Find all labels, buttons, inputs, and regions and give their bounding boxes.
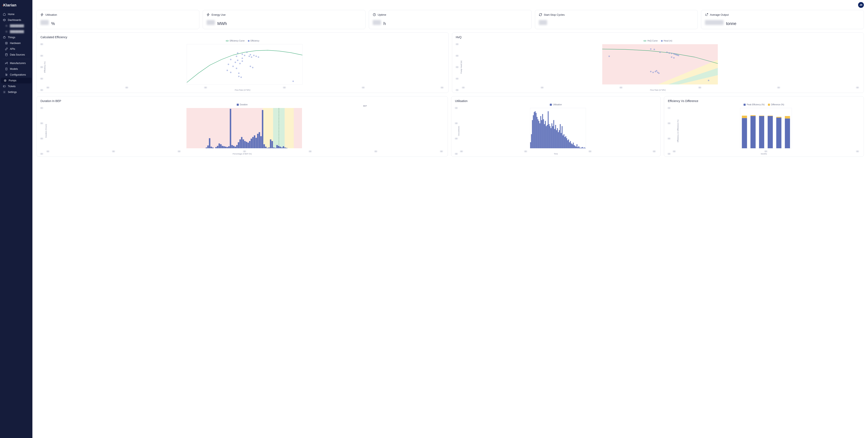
nav-label: Dashboards xyxy=(8,19,21,22)
svg-rect-192 xyxy=(785,116,790,119)
metric-value-redacted xyxy=(705,20,723,25)
svg-point-20 xyxy=(236,56,237,57)
svg-rect-167 xyxy=(574,145,575,148)
svg-rect-142 xyxy=(550,128,551,148)
svg-rect-124 xyxy=(534,112,534,148)
chart-calculated-efficiency: Calculated Efficiency Efficiency Curve E… xyxy=(36,32,448,93)
svg-rect-13 xyxy=(187,44,302,84)
x-ticks-redacted xyxy=(668,151,860,152)
pump-icon xyxy=(4,79,7,82)
x-axis-label: Months xyxy=(668,153,860,155)
svg-rect-172 xyxy=(578,146,579,148)
svg-rect-71 xyxy=(209,138,210,148)
metric-unit: % xyxy=(51,21,55,26)
chart-svg xyxy=(40,107,444,150)
legend-label: Peak Efficiency (%) xyxy=(747,104,765,106)
svg-rect-132 xyxy=(541,120,542,148)
svg-rect-74 xyxy=(215,147,217,148)
gear-icon xyxy=(3,91,6,93)
avatar[interactable]: JR xyxy=(858,2,864,8)
svg-rect-122 xyxy=(532,120,533,148)
svg-rect-94 xyxy=(247,143,249,148)
svg-rect-99 xyxy=(255,138,257,148)
svg-rect-190 xyxy=(776,117,781,118)
svg-rect-155 xyxy=(563,136,563,148)
svg-rect-136 xyxy=(545,121,546,148)
svg-rect-191 xyxy=(785,119,790,148)
svg-point-37 xyxy=(250,66,251,67)
nav-manufacturers[interactable]: Manufacturers xyxy=(0,60,32,66)
metric-value-redacted xyxy=(539,20,547,25)
svg-rect-82 xyxy=(228,146,230,148)
nav-apis[interactable]: APIs xyxy=(0,46,32,52)
svg-rect-173 xyxy=(579,147,580,148)
nav-home[interactable]: Home xyxy=(0,11,32,17)
link-icon xyxy=(5,48,8,50)
nav-label: Tickets xyxy=(8,85,16,88)
nav-tickets[interactable]: Tickets xyxy=(0,83,32,89)
legend-item: Efficiency xyxy=(248,40,259,42)
x-axis-label: Time xyxy=(455,153,657,155)
svg-point-36 xyxy=(258,56,259,58)
nav-things[interactable]: Things xyxy=(0,34,32,40)
package-icon xyxy=(3,19,6,22)
svg-rect-77 xyxy=(220,144,222,148)
svg-point-35 xyxy=(255,56,257,57)
svg-rect-149 xyxy=(557,128,558,148)
svg-point-63 xyxy=(708,80,709,81)
svg-rect-158 xyxy=(565,136,566,148)
svg-rect-159 xyxy=(566,138,567,148)
metric-utilisation: Utilisation % xyxy=(36,10,199,29)
nav-pumps[interactable]: Pumps xyxy=(1,78,32,83)
chart-legend: Peak Efficiency (%) Difference (%) xyxy=(668,104,860,106)
x-ticks-redacted xyxy=(40,87,445,88)
svg-point-43 xyxy=(650,48,651,50)
svg-rect-110 xyxy=(273,147,275,148)
svg-rect-178 xyxy=(584,147,585,148)
svg-point-26 xyxy=(242,58,243,59)
nav-configurations[interactable]: Configurations xyxy=(0,72,32,78)
svg-rect-171 xyxy=(578,147,578,148)
svg-point-34 xyxy=(253,55,255,56)
nav-datasources[interactable]: Data Sources xyxy=(0,52,32,58)
svg-rect-138 xyxy=(547,125,548,148)
bolt-icon xyxy=(40,13,44,16)
svg-rect-165 xyxy=(572,144,573,148)
svg-point-30 xyxy=(246,52,248,53)
legend-item: Head (m) xyxy=(661,40,672,42)
svg-rect-180 xyxy=(740,108,792,148)
chart-svg xyxy=(668,107,860,150)
svg-rect-126 xyxy=(535,113,536,148)
svg-rect-85 xyxy=(233,146,235,148)
home-icon xyxy=(3,13,6,16)
svg-point-51 xyxy=(658,72,659,74)
nav-hardware[interactable]: Hardware xyxy=(0,40,32,46)
nav-settings[interactable]: Settings xyxy=(0,89,32,95)
svg-point-53 xyxy=(666,52,668,53)
svg-point-2 xyxy=(6,43,7,43)
nav-dashboard-fav-1[interactable]: ★ ████████ xyxy=(0,23,32,29)
box-icon xyxy=(237,104,239,106)
logo[interactable]: › › Klarian xyxy=(0,0,32,10)
chart-svg xyxy=(40,43,445,87)
metric-value-redacted xyxy=(373,20,381,25)
legend-label: Efficiency Curve xyxy=(230,40,245,42)
nav-dashboards[interactable]: Dashboards xyxy=(0,17,32,23)
svg-rect-75 xyxy=(217,146,218,148)
x-ticks-redacted xyxy=(456,87,860,88)
chart-svg xyxy=(456,43,860,87)
svg-rect-185 xyxy=(759,116,764,148)
svg-rect-105 xyxy=(265,147,267,148)
box-icon xyxy=(550,104,552,106)
svg-rect-184 xyxy=(751,115,756,116)
svg-rect-135 xyxy=(544,124,545,148)
svg-rect-163 xyxy=(570,141,571,148)
legend-item: Efficiency Curve xyxy=(226,40,245,42)
nav-dashboard-fav-2[interactable]: ★ ████████ xyxy=(0,29,32,34)
svg-point-7 xyxy=(6,75,6,76)
chart-utilisation: Utilisation Utilisation Occurences Tim xyxy=(451,96,660,157)
sliders-icon xyxy=(5,73,8,76)
svg-rect-115 xyxy=(281,147,282,148)
y-ticks-redacted xyxy=(40,43,44,91)
nav-models[interactable]: Models xyxy=(0,66,32,72)
